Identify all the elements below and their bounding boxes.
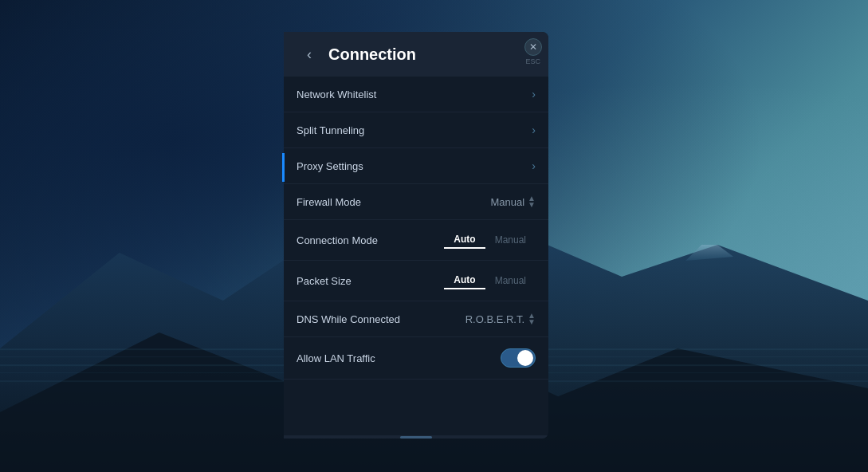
allow-lan-row: Allow LAN Traffic	[284, 337, 548, 380]
split-tunneling-label: Split Tunneling	[297, 124, 364, 136]
packet-size-segmented: Auto Manual	[444, 272, 536, 289]
scroll-bar	[400, 436, 432, 439]
packet-size-auto-btn[interactable]: Auto	[444, 272, 485, 289]
panel-content: Network Whitelist › Split Tunneling › Pr…	[284, 77, 548, 435]
proxy-settings-label: Proxy Settings	[297, 160, 363, 172]
firewall-mode-dropdown[interactable]: Manual ▲ ▼	[490, 195, 536, 208]
main-panel: ‹ Connection ✕ ESC Network Whitelist › S…	[284, 32, 548, 439]
scroll-indicator	[284, 435, 548, 439]
firewall-mode-label: Firewall Mode	[297, 196, 361, 208]
connection-mode-auto-btn[interactable]: Auto	[444, 231, 485, 249]
dns-connected-value: R.O.B.E.R.T.	[465, 313, 524, 325]
active-indicator	[282, 153, 285, 182]
packet-size-manual-btn[interactable]: Manual	[485, 272, 536, 289]
connection-mode-segmented: Auto Manual	[444, 231, 536, 249]
connection-mode-row: Connection Mode Auto Manual	[284, 220, 548, 261]
allow-lan-toggle[interactable]	[501, 348, 536, 368]
connection-mode-label: Connection Mode	[297, 234, 378, 246]
network-whitelist-item[interactable]: Network Whitelist ›	[284, 77, 548, 112]
allow-lan-toggle-container	[501, 348, 536, 368]
close-icon: ✕	[529, 41, 537, 53]
dns-connected-label: DNS While Connected	[297, 313, 400, 325]
split-tunneling-item[interactable]: Split Tunneling ›	[284, 112, 548, 148]
connection-mode-manual-btn[interactable]: Manual	[485, 231, 536, 249]
proxy-settings-item[interactable]: Proxy Settings ›	[284, 148, 548, 184]
dns-connected-row: DNS While Connected R.O.B.E.R.T. ▲ ▼	[284, 301, 548, 337]
network-whitelist-chevron: ›	[532, 88, 536, 100]
dns-arrows: ▲ ▼	[528, 313, 536, 325]
toggle-knob	[517, 350, 533, 366]
firewall-mode-arrows: ▲ ▼	[528, 195, 536, 208]
dns-connected-dropdown[interactable]: R.O.B.E.R.T. ▲ ▼	[465, 313, 536, 325]
back-button[interactable]: ‹	[300, 45, 319, 64]
esc-label: ESC	[525, 57, 540, 65]
packet-size-row: Packet Size Auto Manual	[284, 261, 548, 301]
proxy-settings-chevron: ›	[532, 159, 536, 172]
split-tunneling-chevron: ›	[532, 124, 536, 136]
allow-lan-label: Allow LAN Traffic	[297, 352, 375, 364]
close-button[interactable]: ✕	[524, 38, 542, 56]
panel-title: Connection	[328, 45, 536, 64]
firewall-mode-value: Manual	[490, 196, 524, 208]
panel-header: ‹ Connection ✕ ESC	[284, 32, 548, 77]
network-whitelist-label: Network Whitelist	[297, 88, 376, 100]
firewall-mode-row: Firewall Mode Manual ▲ ▼	[284, 184, 548, 220]
packet-size-label: Packet Size	[297, 275, 352, 287]
